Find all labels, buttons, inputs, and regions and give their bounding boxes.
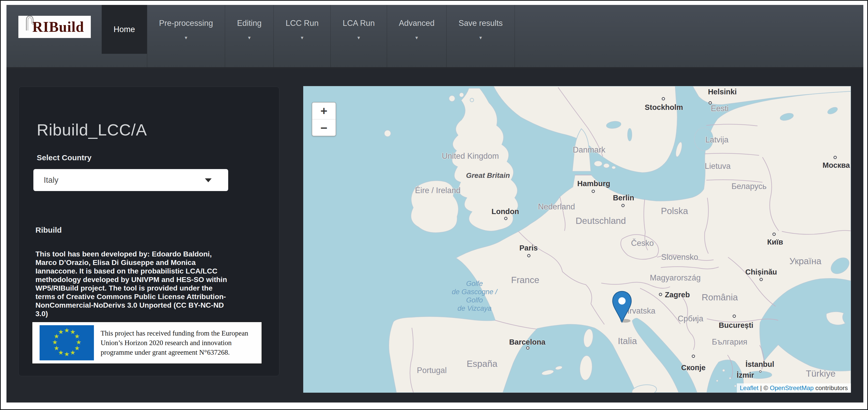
city-dot-helsinki: [709, 101, 712, 105]
eu-funding-caption: This project has received funding from t…: [101, 329, 248, 357]
tab-lca-run[interactable]: LCA Run▼: [331, 5, 387, 67]
tab-label: LCA Run: [343, 19, 375, 28]
chevron-down-icon: ▼: [414, 36, 419, 40]
city-dot-barcelona: [526, 346, 530, 350]
zoom-in-button[interactable]: +: [312, 103, 336, 119]
eu-star-icon: ★: [64, 351, 70, 357]
eu-star-icon: ★: [58, 329, 64, 335]
country-select-value: Italy: [44, 175, 59, 185]
eu-flag-icon: ★★★★★★★★★★★★: [39, 325, 94, 361]
city-dot-chi-in-u: [760, 278, 763, 281]
tab-label: Pre-processing: [159, 19, 213, 28]
leaflet-map[interactable]: United KingdomÉire / IrelandDanmarkEesti…: [303, 86, 851, 393]
chevron-down-icon: ▼: [184, 36, 188, 40]
tab-save-results[interactable]: Save results▼: [446, 5, 515, 67]
map-basemap: [303, 86, 851, 393]
chevron-down-icon: ▼: [247, 36, 251, 40]
ribuild-app: RIBuild HomePre-processing▼Editing▼LCC R…: [6, 5, 863, 403]
chevron-down-icon: ▼: [300, 36, 304, 40]
logo-wordmark: RIBuild: [32, 20, 84, 34]
zoom-out-button[interactable]: −: [312, 119, 336, 136]
city-dot-london: [504, 217, 507, 220]
page-title: Ribuild_LCC/A: [37, 121, 147, 139]
chevron-down-icon: [205, 178, 212, 182]
eu-star-icon: ★: [64, 327, 70, 334]
eu-star-icon: ★: [54, 345, 59, 351]
country-select[interactable]: Italy: [33, 169, 228, 191]
tab-pre-processing[interactable]: Pre-processing▼: [147, 5, 225, 67]
tab-label: Editing: [237, 19, 261, 28]
attribution-suffix: contributors: [814, 384, 848, 391]
chevron-down-icon: ▼: [478, 36, 483, 40]
city-dot-bucure-ti: [733, 315, 736, 318]
main-content: Ribuild_LCC/A Select Country Italy Ribui…: [6, 69, 863, 403]
select-country-label: Select Country: [37, 153, 92, 162]
tab-editing[interactable]: Editing▼: [225, 5, 274, 67]
sidebar-panel: Ribuild_LCC/A Select Country Italy Ribui…: [19, 87, 279, 376]
tab-label: LCC Run: [286, 19, 319, 28]
leaflet-link[interactable]: Leaflet: [740, 384, 758, 391]
city-dot-москва: [834, 156, 837, 159]
city-dot-paris: [527, 254, 531, 258]
city-dot-berlin: [621, 204, 625, 207]
about-heading: Ribuild: [35, 226, 62, 235]
tab-label: Save results: [459, 19, 503, 28]
map-attribution: Leaflet | © OpenStreetMap contributors: [737, 383, 851, 393]
openstreetmap-link[interactable]: OpenStreetMap: [770, 384, 814, 391]
city-dot-скоп-е: [692, 355, 695, 358]
about-paragraph: This tool has been developed by: Edoardo…: [35, 250, 270, 318]
city-dot-i-stanbul: [760, 371, 762, 373]
top-navbar: RIBuild HomePre-processing▼Editing▼LCC R…: [6, 5, 863, 69]
app-screenshot-frame: RIBuild HomePre-processing▼Editing▼LCC R…: [0, 0, 868, 410]
eu-star-icon: ★: [52, 339, 58, 345]
eu-funding-box: ★★★★★★★★★★★★ This project has received f…: [32, 321, 262, 364]
eu-star-icon: ★: [70, 349, 75, 356]
tab-label: Home: [114, 25, 135, 34]
tab-label: Advanced: [399, 19, 435, 28]
map-marker-pin[interactable]: [612, 291, 632, 324]
tab-lcc-run[interactable]: LCC Run▼: [274, 5, 331, 67]
map-zoom-control: + −: [312, 102, 336, 136]
attribution-separator: | ©: [758, 384, 770, 391]
tab-home[interactable]: Home: [102, 5, 147, 67]
navbar-tabs: HomePre-processing▼Editing▼LCC Run▼LCA R…: [102, 5, 515, 67]
city-dot-ки-в: [773, 233, 776, 236]
city-dot-stockholm: [662, 97, 665, 101]
chevron-down-icon: ▼: [356, 36, 361, 40]
city-dot-zagreb: [659, 293, 662, 296]
city-dot-hamburg: [592, 190, 595, 193]
tab-advanced[interactable]: Advanced▼: [387, 5, 447, 67]
ribuild-logo[interactable]: RIBuild: [19, 16, 91, 38]
